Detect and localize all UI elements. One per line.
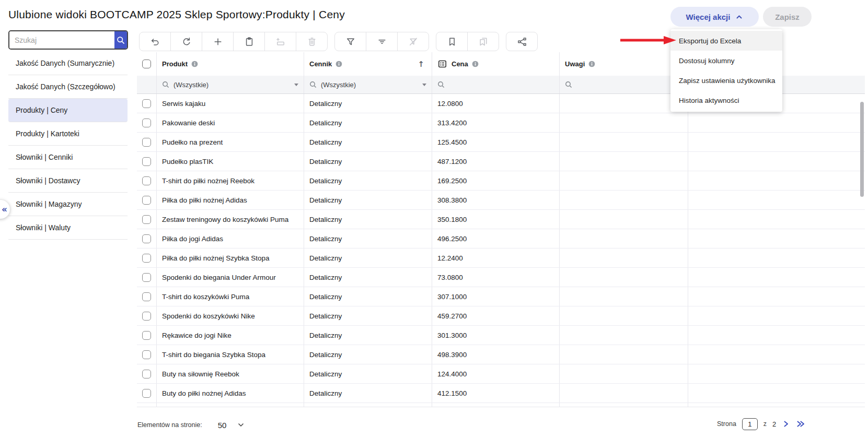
table-row[interactable]: Zestaw treningowy do koszykówki Puma Det… [137, 210, 865, 229]
filter-cennik-value: (Wszystkie) [321, 81, 356, 89]
info-icon [472, 61, 479, 67]
sidebar-item[interactable]: Słowniki | Magazyny [8, 193, 128, 216]
row-checkbox[interactable] [142, 196, 151, 205]
share-button[interactable] [506, 32, 538, 51]
sidebar-item[interactable]: Jakość Danych (Sumarycznie) [8, 52, 128, 75]
table-row[interactable]: Piłka do jogi Adidas Detaliczny 496.2500 [137, 229, 865, 248]
table-row[interactable]: T-shirt do biegania Szybka Stopa Detalic… [137, 345, 865, 364]
filter-cena[interactable] [432, 76, 560, 93]
actions-menu-item-label: Zapisz ustawienia użytkownika [679, 77, 776, 85]
row-checkbox[interactable] [142, 157, 151, 166]
row-checkbox[interactable] [142, 389, 151, 398]
cell-filler [688, 287, 865, 306]
cell-produkt: Piłka do jogi Adidas [157, 229, 304, 248]
last-page-button[interactable] [796, 420, 806, 428]
row-checkbox[interactable] [142, 370, 151, 378]
row-checkbox[interactable] [142, 254, 151, 263]
undo-button[interactable] [139, 32, 171, 51]
row-checkbox[interactable] [142, 350, 151, 359]
filter-cennik[interactable]: (Wszystkie) [304, 76, 432, 93]
table-row[interactable]: Piłka do piłki nożnej Adidas Detaliczny … [137, 191, 865, 210]
row-checkbox[interactable] [142, 292, 151, 301]
sidebar-item[interactable]: Jakość Danych (Szczegółowo) [8, 75, 128, 99]
table-row[interactable]: Pakowanie deski Detaliczny 313.4200 [137, 113, 865, 133]
table-row[interactable]: Spodenki do biegania Under Armour Detali… [137, 268, 865, 287]
column-header-cena[interactable]: Cena [432, 52, 560, 76]
table-row[interactable]: Buty na siłownię Reebok Detaliczny 124.4… [137, 364, 865, 384]
filter-produkt[interactable]: (Wszystkie) [157, 76, 304, 93]
search-icon [309, 81, 317, 88]
column-header-cennik[interactable]: Cennik ↑ [304, 52, 432, 76]
row-checkbox-cell [137, 345, 157, 364]
sidebar-item[interactable]: Słowniki | Cenniki [8, 146, 128, 169]
vertical-scrollbar[interactable] [860, 102, 864, 197]
sidebar-item-selected[interactable]: Produkty | Ceny [8, 99, 128, 122]
bookmarks-button[interactable] [467, 32, 499, 51]
items-per-page-value[interactable]: 50 [218, 421, 227, 430]
table-row[interactable]: Rękawice do jogi Nike Detaliczny 301.300… [137, 326, 865, 345]
row-checkbox[interactable] [142, 138, 151, 147]
actions-menu: Eksportuj do Excela Dostosuj kolumny Zap… [670, 29, 782, 112]
table-row[interactable]: T-shirt do piłki nożnej Reebok Detaliczn… [137, 171, 865, 191]
actions-menu-item[interactable]: Eksportuj do Excela [670, 31, 782, 51]
annotation-arrow-icon [620, 34, 676, 46]
sidebar-item[interactable]: Słowniki | Waluty [8, 216, 128, 240]
filter-uwagi[interactable] [560, 76, 688, 93]
sidebar-item[interactable]: Produkty | Kartoteki [8, 122, 128, 146]
row-checkbox[interactable] [142, 215, 151, 224]
table-row[interactable]: T-shirt do koszykówki Puma Detaliczny 30… [137, 287, 865, 306]
delete-button[interactable] [296, 32, 328, 51]
actions-menu-item[interactable]: Historia aktywności [670, 90, 782, 110]
actions-menu-item-label: Eksportuj do Excela [679, 37, 741, 45]
row-checkbox[interactable] [142, 176, 151, 185]
filter-list-button[interactable] [366, 32, 398, 51]
next-page-button[interactable] [782, 420, 790, 428]
bookmark-button[interactable] [436, 32, 468, 51]
add-icon [213, 37, 223, 47]
sidebar-item-label: Jakość Danych (Szczegółowo) [16, 82, 115, 91]
column-header-uwagi[interactable]: Uwagi [560, 52, 688, 76]
row-checkbox[interactable] [142, 234, 151, 243]
cell-uwagi [560, 306, 688, 325]
sidebar-item-label: Produkty | Kartoteki [16, 129, 79, 138]
sidebar-item[interactable]: Słowniki | Dostawcy [8, 169, 128, 193]
cell-filler [688, 364, 865, 383]
table-row[interactable]: Buty do piłki nożnej Adidas Detaliczny 4… [137, 384, 865, 403]
search-button[interactable] [114, 31, 127, 49]
page-number-input[interactable]: 1 [742, 418, 758, 430]
cell-uwagi [560, 326, 688, 345]
cell-cennik: Detaliczny [304, 326, 432, 345]
refresh-button[interactable] [170, 32, 202, 51]
row-checkbox[interactable] [142, 119, 151, 127]
table-row[interactable]: Piłka do piłki nożnej Szybka Stopa Detal… [137, 248, 865, 268]
table-row[interactable]: Pudełko na prezent Detaliczny 125.4500 [137, 133, 865, 152]
search-input[interactable] [9, 31, 114, 49]
table-row[interactable]: Pudełko plasTIK Detaliczny 487.1200 [137, 152, 865, 171]
paste-button[interactable] [233, 32, 265, 51]
cell-produkt: Pakowanie deski [157, 113, 304, 132]
items-per-page-select[interactable] [237, 421, 245, 429]
select-all-checkbox[interactable] [142, 60, 151, 68]
cell-filler [688, 210, 865, 229]
clear-filter-button[interactable] [397, 32, 429, 51]
cell-uwagi [560, 152, 688, 171]
table-row[interactable]: Spodenki do koszykówki Nike Detaliczny 4… [137, 306, 865, 326]
insert-row-button[interactable] [264, 32, 296, 51]
more-actions-button[interactable]: Więcej akcji [670, 7, 759, 27]
row-checkbox[interactable] [142, 273, 151, 282]
cell-cennik: Detaliczny [304, 191, 432, 209]
column-header-produkt[interactable]: Produkt [157, 52, 304, 76]
save-button[interactable]: Zapisz [763, 7, 812, 27]
partial-cell [560, 403, 688, 407]
actions-menu-item[interactable]: Zapisz ustawienia użytkownika [670, 70, 782, 90]
row-checkbox[interactable] [142, 331, 151, 340]
row-checkbox-cell [137, 326, 157, 345]
add-button[interactable] [202, 32, 234, 51]
sidebar-list: Jakość Danych (Sumarycznie) Jakość Danyc… [8, 52, 128, 240]
filter-button[interactable] [334, 32, 366, 51]
row-checkbox[interactable] [142, 99, 151, 108]
row-checkbox[interactable] [142, 312, 151, 321]
cell-cena: 307.1000 [432, 287, 560, 306]
actions-menu-item[interactable]: Dostosuj kolumny [670, 51, 782, 70]
paste-icon [244, 37, 254, 47]
